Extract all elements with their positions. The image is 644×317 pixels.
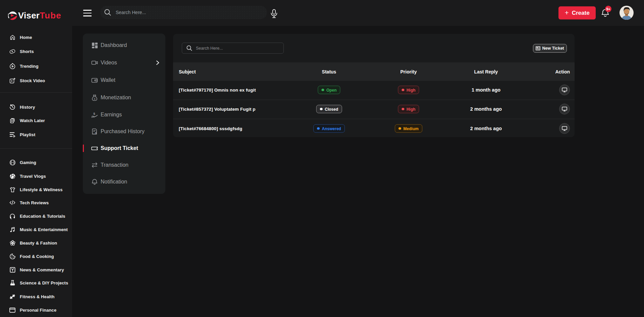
svg-text:$: $ (94, 97, 96, 100)
svg-text:$: $ (93, 112, 95, 115)
svg-text:$: $ (95, 131, 97, 135)
